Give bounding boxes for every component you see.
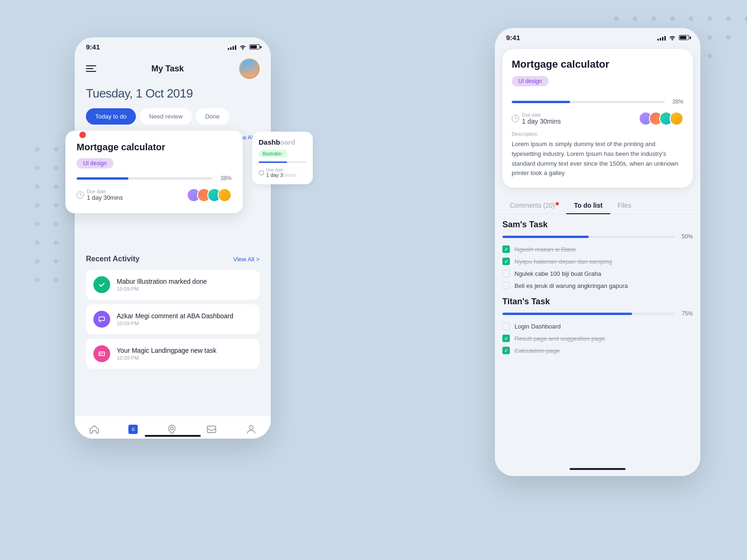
svg-point-47 [672, 39, 673, 40]
tab-done[interactable]: Done [196, 108, 229, 125]
tab-today[interactable]: Today to do [86, 108, 136, 125]
dashboard-progress [259, 161, 306, 163]
sams-progress-fill [502, 236, 589, 238]
svg-point-2 [651, 16, 656, 21]
svg-point-27 [35, 203, 40, 208]
mortgage-progress-row: 38% [77, 175, 232, 182]
progress-bar-fill [77, 177, 128, 180]
titans-progress-fill [502, 313, 632, 315]
svg-point-46 [259, 170, 264, 175]
recent-activity-section: Recent Activity View All > Mabur Illustr… [75, 247, 271, 379]
svg-point-4 [689, 16, 693, 21]
inbox-icon [206, 424, 217, 435]
svg-point-5 [707, 16, 712, 21]
wifi-icon-2 [669, 35, 676, 41]
tab-files[interactable]: Files [610, 197, 639, 214]
titan-check-1[interactable] [502, 322, 510, 330]
sam-task-text-2: Nyapu halaman depan dan samping [514, 258, 612, 265]
svg-point-35 [35, 278, 40, 282]
dashboard-tag: Illustration [259, 150, 288, 158]
avatar-4 [218, 188, 232, 202]
svg-point-23 [35, 166, 40, 170]
titan-task-text-1: Login Dashboard [514, 323, 561, 330]
svg-point-7 [745, 16, 747, 21]
nav-location[interactable] [166, 424, 177, 435]
activity-text-2: Azkar Megi comment at ABA Dashboard 10:0… [117, 312, 252, 326]
home-indicator-2 [570, 468, 626, 470]
phone-1: 9:41 [75, 37, 271, 439]
svg-point-36 [54, 278, 58, 282]
sam-check-2[interactable] [502, 258, 510, 265]
task-tabs: Today to do Need review Done [75, 108, 271, 132]
detail-avatar-4 [669, 112, 684, 126]
sam-todo-1: Ngasih makan si Black [502, 245, 693, 253]
svg-point-33 [35, 259, 40, 264]
mortgage-detail-title: Mortgage calculator [512, 58, 684, 70]
titan-check-3[interactable] [502, 347, 510, 354]
svg-point-45 [249, 426, 253, 429]
nav-home[interactable] [89, 424, 100, 435]
due-row: Due date 1 day 30mins [77, 188, 232, 202]
svg-point-34 [54, 259, 58, 264]
svg-point-31 [35, 240, 40, 245]
svg-point-26 [54, 184, 58, 189]
svg-point-30 [54, 222, 58, 226]
mortgage-tag: UI design [77, 158, 113, 168]
sam-check-3[interactable] [502, 270, 510, 277]
due-label: Due date [87, 189, 123, 194]
detail-due-value: 1 day 30mins [522, 118, 561, 125]
titans-progress-pct: 75% [679, 310, 693, 317]
home-indicator [145, 435, 201, 437]
titan-check-2[interactable] [502, 335, 510, 342]
comments-dot [556, 202, 559, 205]
battery-icon-2 [679, 35, 689, 40]
nav-profile[interactable] [246, 424, 257, 435]
dashboard-partial-card: Dashboard Illustration Due date 1 day 30… [252, 132, 313, 184]
activity-time-2: 10:09 PM [117, 321, 252, 326]
sam-check-4[interactable] [502, 282, 510, 289]
menu-icon[interactable] [86, 65, 96, 72]
svg-point-1 [633, 16, 637, 21]
mortgage-detail-tag: UI design [512, 76, 549, 86]
sam-check-1[interactable] [502, 245, 510, 253]
clock-icon [77, 191, 84, 199]
svg-point-22 [54, 147, 58, 152]
phone-2: 9:41 Mortgage calculat [495, 28, 700, 476]
detail-due-label: Due date [522, 112, 561, 118]
svg-point-6 [726, 16, 731, 21]
profile-icon [246, 424, 257, 435]
titans-progress-bg [502, 313, 675, 315]
titan-todo-3: Calculation page [502, 347, 693, 354]
titan-task-text-2: Result page and suggestion page [514, 335, 605, 342]
wifi-icon [239, 44, 247, 50]
recent-view-all[interactable]: View All > [233, 256, 260, 263]
activity-item-3: Your Magic Landingpage new task 10:09 PM [86, 339, 260, 369]
page-title: My Task [151, 64, 184, 74]
detail-progress-row: 38% [512, 98, 684, 105]
due-info: Due date 1 day 30mins [77, 189, 123, 201]
mortgage-detail-card: Mortgage calculator UI design 38% Due da… [502, 49, 693, 188]
tab-need-review[interactable]: Need review [140, 108, 192, 125]
date-section: Tuesday, 1 Oct 2019 [75, 84, 271, 108]
svg-point-20 [707, 54, 712, 58]
nav-inbox[interactable] [206, 424, 217, 435]
detail-assignee-avatars [639, 112, 684, 126]
svg-point-43 [170, 427, 173, 430]
sam-todo-4: Beli es jeruk di warung angkringan gapur… [502, 282, 693, 289]
activity-icon-check [93, 276, 110, 293]
user-avatar[interactable] [239, 58, 260, 79]
notification-dot [79, 132, 86, 138]
svg-point-0 [614, 16, 619, 21]
detail-due-row: Due date 1 day 30mins [512, 112, 684, 126]
tab-todo-list[interactable]: To do list [566, 197, 610, 214]
progress-bar-bg [77, 177, 213, 180]
nav-tasks[interactable] [128, 425, 138, 434]
phone2-bottom [495, 462, 700, 476]
dashboard-partial-title: Dashboard [259, 138, 306, 146]
activity-name-1: Mabur Illustration marked done [117, 278, 252, 285]
tab-comments[interactable]: Comments (20) [502, 197, 566, 214]
location-icon [166, 424, 177, 435]
activity-time-1: 10:09 PM [117, 286, 252, 292]
mortgage-card-overlay: Mortgage calculator UI design 38% Due da… [65, 131, 243, 213]
signal-icon-2 [657, 35, 666, 41]
